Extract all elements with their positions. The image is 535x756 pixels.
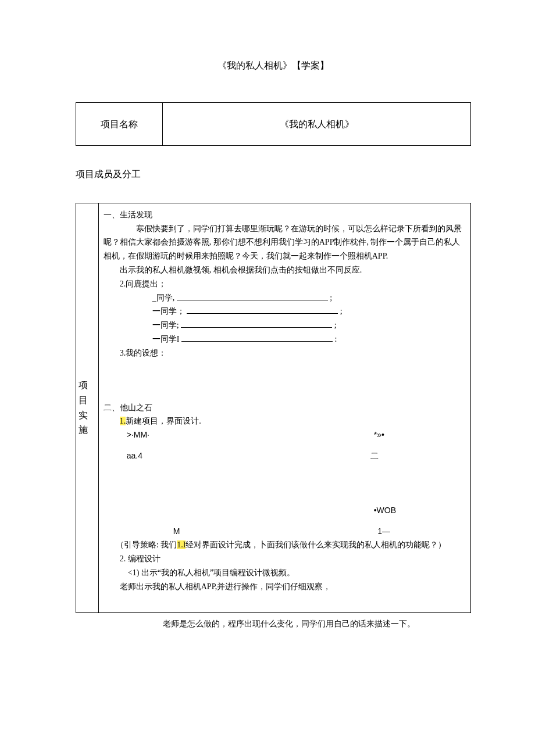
project-name-label-cell: 项目名称	[76, 102, 163, 146]
student-line-4: 一同学I :	[104, 332, 466, 346]
project-name-value-cell: 《我的私人相机》	[163, 102, 471, 146]
implementation-label-cell: 项目实施	[76, 203, 99, 612]
highlight-1: 1.	[120, 417, 126, 425]
ui-fragment-row4: M 1—	[104, 525, 466, 539]
section1-p2: 出示我的私人相机微视领, 相机会根据我们点击的按钮做出不同反应.	[104, 263, 466, 277]
blank-input-3[interactable]	[181, 327, 332, 328]
implementation-table: 项目实施 一、生活发现 寒假快要到了，同学们打算去哪里渐玩呢？在游玩的时候，可以…	[76, 203, 471, 613]
members-heading: 项目成员及分工	[76, 167, 471, 182]
section1-heading: 一、生活发现	[104, 208, 466, 222]
blank-input-2[interactable]	[187, 313, 338, 314]
student-line-1: _同学, ;	[104, 291, 466, 305]
trailing-note: 老师是怎么做的，程序出现什么变化，同学们用自己的话来描述一下。	[76, 618, 471, 630]
question-heading: 2.问鹿提出；	[104, 277, 466, 291]
section2-step1: 1.新建项目，界面设计.	[104, 414, 466, 428]
section1-p1: 寒假快要到了，同学们打算去哪里渐玩呢？在游玩的时候，可以怎么样记录下所看到的风景…	[104, 222, 466, 263]
section2-step2-1: <1) 出示“我的私人相机”项目编程设计微视频。	[104, 566, 466, 580]
blank-input-4[interactable]	[181, 341, 333, 342]
project-name-table: 项目名称 《我的私人相机》	[76, 102, 471, 146]
guide-strategy: （引导策略: 我们1.I经对界面设计完成，卜面我们该做什么来实现我的私人相机的功…	[104, 538, 466, 552]
section2-step2: 2. 编程设计	[104, 552, 466, 566]
section2-step2-2: 老师出示我的私人相机APP,并进行操作，同学们仔细观察，	[104, 580, 466, 594]
student-line-3: 一同学; ;	[104, 318, 466, 332]
section2-heading: 二、他山之石	[104, 401, 466, 415]
student-line-2: 一同学； ;	[104, 304, 466, 318]
page-title: 《我的私人相机》【学案】	[76, 58, 471, 73]
ui-fragment-row2: aa.4 二	[104, 449, 466, 463]
my-idea-heading: 3.我的设想：	[104, 346, 466, 360]
implementation-body-cell: 一、生活发现 寒假快要到了，同学们打算去哪里渐玩呢？在游玩的时候，可以怎么样记录…	[98, 203, 470, 612]
blank-input-1[interactable]	[177, 300, 328, 300]
ui-fragment-row3: •WOB	[104, 504, 466, 518]
highlight-2: 1.I	[177, 540, 186, 549]
ui-fragment-row1: >·MM· *»•	[104, 428, 466, 442]
